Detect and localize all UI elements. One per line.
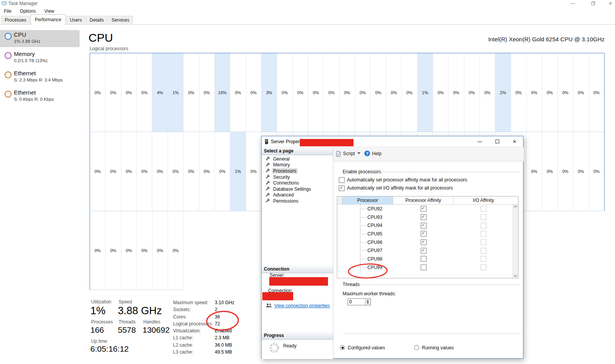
- dialog-maximize-button[interactable]: [491, 136, 503, 147]
- io-affinity-checkbox[interactable]: [481, 256, 486, 262]
- column-header-processor-affinity[interactable]: Processor Affinity: [393, 196, 454, 204]
- cpu-core-usage: 0%: [547, 90, 553, 95]
- sidebar-item-title: Memory: [14, 51, 80, 57]
- page-item-permissions[interactable]: Permissions: [262, 198, 333, 204]
- io-affinity-auto-checkbox[interactable]: [339, 185, 345, 191]
- cpu-core-usage: 0%: [313, 90, 319, 95]
- tab-services[interactable]: Services: [108, 16, 133, 24]
- io-affinity-checkbox[interactable]: [481, 231, 486, 237]
- radio-separator-line: [343, 334, 520, 334]
- cpu-core-cell: 0%: [370, 53, 386, 132]
- spec-row: L3 cache:49.5 MB: [173, 349, 234, 356]
- page-item-memory[interactable]: Memory: [262, 162, 333, 168]
- wrench-icon: [265, 193, 270, 198]
- processor-affinity-checkbox[interactable]: [421, 206, 426, 212]
- table-row-cpu96: CPU96: [337, 238, 513, 247]
- redaction-box-server-name: [269, 277, 328, 286]
- cpu-core-usage: 0%: [95, 90, 101, 95]
- cpu-core-cell: 0%: [183, 53, 199, 132]
- menu-item-options[interactable]: Options: [18, 8, 37, 14]
- view-connection-properties-link[interactable]: View connection properties: [274, 303, 330, 308]
- wrench-icon: [265, 163, 270, 168]
- mini-graph-icon: [5, 71, 12, 78]
- processor-cell: CPU95: [342, 230, 393, 238]
- max-worker-threads-stepper[interactable]: 0: [348, 298, 371, 305]
- page-item-advanced[interactable]: Advanced: [262, 192, 333, 198]
- processor-affinity-cell: [393, 205, 454, 213]
- spec-row: Logical processors:72: [173, 321, 234, 328]
- column-header-io-affinity[interactable]: I/O Affinity: [454, 196, 513, 204]
- spec-label: Cores:: [173, 314, 215, 320]
- close-button[interactable]: ✕: [605, 0, 615, 7]
- handles-value: 130692: [143, 325, 170, 335]
- running-values-radio[interactable]: [414, 345, 419, 350]
- page-item-processors[interactable]: Processors: [262, 168, 333, 174]
- tab-processes[interactable]: Processes: [1, 16, 30, 24]
- configured-values-radio[interactable]: [340, 345, 345, 350]
- cpu-core-cell: 0%: [152, 132, 168, 211]
- speed-label: Speed: [119, 299, 132, 305]
- io-affinity-checkbox[interactable]: [481, 248, 486, 254]
- scroll-down-icon[interactable]: [514, 274, 517, 277]
- stepper-down-icon[interactable]: [367, 302, 369, 304]
- cpu-core-usage: 0%: [204, 169, 210, 174]
- tab-details[interactable]: Details: [86, 16, 107, 24]
- table-row-cpu98: CPU98: [337, 255, 513, 263]
- minimize-button[interactable]: —: [567, 0, 579, 7]
- stepper-buttons[interactable]: [365, 299, 370, 305]
- tab-performance[interactable]: Performance: [31, 14, 66, 25]
- table-row-cpu94: CPU94: [337, 221, 513, 230]
- processor-affinity-checkbox[interactable]: [421, 256, 426, 262]
- processor-affinity-checkbox[interactable]: [421, 264, 426, 270]
- cpu-core-cell: 0%: [137, 211, 152, 290]
- help-button[interactable]: Help: [372, 151, 382, 156]
- enable-processors-group-line: [377, 172, 520, 172]
- dialog-close-button[interactable]: ✕: [508, 136, 521, 147]
- io-affinity-checkbox[interactable]: [481, 239, 486, 245]
- page-item-label: Connections: [272, 180, 300, 186]
- sidebar-item-ethernet-3[interactable]: EthernetS: 0 Kbps R: 0 Kbps: [0, 88, 80, 105]
- restore-button[interactable]: [587, 0, 599, 7]
- page-item-connections[interactable]: Connections: [262, 180, 333, 186]
- column-header-processor[interactable]: Processor: [342, 196, 393, 204]
- io-affinity-cell: [454, 221, 513, 230]
- page-item-general[interactable]: General: [262, 156, 333, 162]
- cpu-core-usage: 0%: [453, 90, 459, 95]
- page-item-security[interactable]: Security: [262, 174, 333, 180]
- scroll-up-icon[interactable]: [514, 206, 517, 209]
- dialog-minimize-button[interactable]: —: [474, 136, 486, 147]
- io-affinity-checkbox[interactable]: [481, 214, 486, 220]
- sidebar-item-ethernet-2[interactable]: EthernetS: 2.3 Mbps R: 3.4 Mbps: [0, 69, 80, 86]
- cpu-core-usage: 0%: [344, 90, 350, 95]
- cpu-core-usage: 0%: [282, 90, 288, 95]
- io-affinity-checkbox[interactable]: [481, 206, 486, 212]
- processor-affinity-checkbox[interactable]: [421, 214, 426, 220]
- processor-affinity-checkbox[interactable]: [421, 239, 426, 245]
- script-dropdown-caret[interactable]: [357, 152, 360, 154]
- processor-affinity-checkbox[interactable]: [421, 231, 426, 237]
- io-affinity-checkbox[interactable]: [481, 264, 486, 270]
- table-scrollbar[interactable]: [513, 205, 518, 278]
- table-row-cpu92: CPU92: [337, 205, 513, 213]
- sidebar-item-memory-1[interactable]: Memory0.2/1.5 TB (13%): [0, 49, 80, 66]
- page-item-database-settings[interactable]: Database Settings: [262, 186, 333, 192]
- maximize-icon: [495, 139, 499, 144]
- processor-affinity-auto-checkbox[interactable]: [339, 177, 345, 183]
- script-button[interactable]: Script: [343, 151, 355, 156]
- mini-graph-icon: [5, 33, 12, 40]
- cpu-core-cell: 0%: [449, 53, 464, 132]
- menu-item-view[interactable]: View: [43, 8, 56, 14]
- processor-affinity-checkbox[interactable]: [421, 248, 426, 254]
- cpu-core-usage: 0%: [173, 169, 179, 174]
- menu-item-file[interactable]: File: [2, 8, 13, 14]
- io-affinity-checkbox[interactable]: [481, 223, 486, 229]
- sidebar-item-cpu-0[interactable]: CPU1% 3.88 GHz: [0, 30, 80, 47]
- row-gutter: [337, 221, 342, 230]
- cpu-core-usage: 0%: [531, 90, 537, 95]
- cpu-core-usage: 0%: [297, 90, 303, 95]
- cpu-core-usage: 0%: [562, 90, 569, 95]
- stepper-up-icon[interactable]: [367, 300, 369, 301]
- processor-affinity-checkbox[interactable]: [421, 223, 426, 229]
- page-item-label: Database Settings: [272, 186, 312, 192]
- tab-users[interactable]: Users: [66, 16, 85, 24]
